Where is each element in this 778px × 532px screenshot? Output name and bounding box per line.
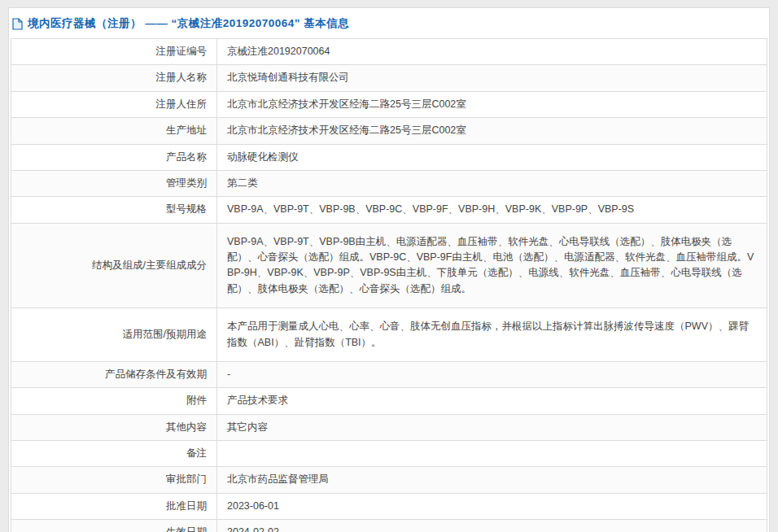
row-value: VBP-9A、VBP-9T、VBP-9B、VBP-9C、VBP-9F、VBP-9… bbox=[217, 197, 767, 223]
row-value: 北京市药品监督管理局 bbox=[217, 467, 767, 493]
row-label-text: 管理类别 bbox=[166, 177, 207, 189]
row-value: 2023-06-01 bbox=[217, 493, 767, 519]
row-label-text: 附件 bbox=[186, 395, 207, 406]
table-row: 审批部门北京市药品监督管理局 bbox=[11, 467, 767, 493]
row-label: 批准日期 bbox=[11, 493, 217, 519]
document-icon bbox=[12, 18, 23, 30]
page-title: 境内医疗器械（注册） —— “京械注准20192070064” 基本信息 bbox=[28, 16, 349, 31]
row-label: 注册人住所 bbox=[11, 91, 217, 117]
row-label: 附件 bbox=[11, 388, 217, 414]
row-value: 本产品用于测量成人心电、心率、心音、肢体无创血压指标，并根据以上指标计算出脉搏波… bbox=[217, 308, 767, 362]
row-value: 第二类 bbox=[217, 170, 767, 196]
row-value: 北京市北京经济技术开发区经海二路25号三层C002室 bbox=[217, 91, 767, 117]
table-row: 注册人住所北京市北京经济技术开发区经海二路25号三层C002室 bbox=[11, 91, 767, 117]
table-row: 注册证编号京械注准20192070064 bbox=[11, 39, 767, 65]
table-row: 注册人名称北京悦琦创通科技有限公司 bbox=[11, 65, 767, 91]
registration-info-panel: 境内医疗器械（注册） —— “京械注准20192070064” 基本信息 注册证… bbox=[8, 7, 770, 532]
row-value bbox=[217, 441, 767, 467]
row-label: 生产地址 bbox=[11, 118, 217, 144]
info-table: 注册证编号京械注准20192070064注册人名称北京悦琦创通科技有限公司注册人… bbox=[11, 38, 767, 532]
row-label-text: 产品储存条件及有效期 bbox=[105, 368, 207, 380]
table-row: 备注 bbox=[11, 441, 767, 467]
row-label-text: 批准日期 bbox=[166, 500, 207, 512]
row-label: 型号规格 bbox=[11, 197, 217, 223]
row-label: 其他内容 bbox=[11, 414, 217, 440]
row-value: - bbox=[217, 361, 767, 387]
table-row: 批准日期2023-06-01 bbox=[11, 493, 767, 519]
table-row: 产品储存条件及有效期- bbox=[11, 361, 767, 387]
row-label-text: 其他内容 bbox=[166, 421, 207, 433]
row-value: 动脉硬化检测仪 bbox=[217, 144, 767, 170]
row-label: 结构及组成/主要组成成分 bbox=[11, 223, 217, 308]
row-label-text: 注册人名称 bbox=[156, 72, 208, 83]
table-row: 附件产品技术要求 bbox=[11, 388, 767, 414]
row-label-text: 型号规格 bbox=[166, 203, 207, 215]
row-value: 京械注准20192070064 bbox=[217, 39, 767, 65]
table-row: 生产地址北京市北京经济技术开发区经海二路25号三层C002室 bbox=[11, 118, 767, 144]
row-value: 其它内容 bbox=[217, 414, 767, 440]
table-row: 适用范围/预期用途本产品用于测量成人心电、心率、心音、肢体无创血压指标，并根据以… bbox=[11, 308, 767, 362]
table-row: 结构及组成/主要组成成分VBP-9A、VBP-9T、VBP-9B由主机、电源适配… bbox=[11, 223, 767, 308]
table-row: 生效日期2024-02-02 bbox=[11, 520, 767, 532]
row-label: 注册人名称 bbox=[11, 65, 217, 91]
row-label: 适用范围/预期用途 bbox=[11, 308, 217, 362]
row-label-text: 审批部门 bbox=[166, 473, 207, 485]
row-label-text: 生产地址 bbox=[166, 124, 207, 136]
row-label: 生效日期 bbox=[11, 520, 217, 532]
row-label-text: 备注 bbox=[186, 447, 207, 459]
row-label: 管理类别 bbox=[11, 170, 217, 196]
table-row: 管理类别第二类 bbox=[11, 170, 767, 196]
row-label: 产品储存条件及有效期 bbox=[11, 361, 217, 387]
row-label-text: 生效日期 bbox=[166, 526, 207, 532]
row-value: 北京市北京经济技术开发区经海二路25号三层C002室 bbox=[217, 118, 767, 144]
table-row: 型号规格VBP-9A、VBP-9T、VBP-9B、VBP-9C、VBP-9F、V… bbox=[11, 197, 767, 223]
row-label-text: 适用范围/预期用途 bbox=[123, 329, 207, 340]
page-header: 境内医疗器械（注册） —— “京械注准20192070064” 基本信息 bbox=[9, 8, 769, 38]
row-label-text: 产品名称 bbox=[166, 151, 207, 163]
row-label: 产品名称 bbox=[11, 144, 217, 170]
row-label-text: 结构及组成/主要组成成分 bbox=[92, 259, 207, 271]
row-value: 产品技术要求 bbox=[217, 388, 767, 414]
row-label-text: 注册证编号 bbox=[156, 46, 208, 57]
row-label: 审批部门 bbox=[11, 467, 217, 493]
row-label-text: 注册人住所 bbox=[156, 98, 208, 110]
row-value: 北京悦琦创通科技有限公司 bbox=[217, 65, 767, 91]
row-label: 注册证编号 bbox=[11, 39, 217, 65]
row-value: 2024-02-02 bbox=[217, 520, 767, 532]
row-label: 备注 bbox=[11, 441, 217, 467]
table-row: 产品名称动脉硬化检测仪 bbox=[11, 144, 767, 170]
row-value: VBP-9A、VBP-9T、VBP-9B由主机、电源适配器、血压袖带、软件光盘、… bbox=[217, 223, 767, 308]
table-row: 其他内容其它内容 bbox=[11, 414, 767, 440]
